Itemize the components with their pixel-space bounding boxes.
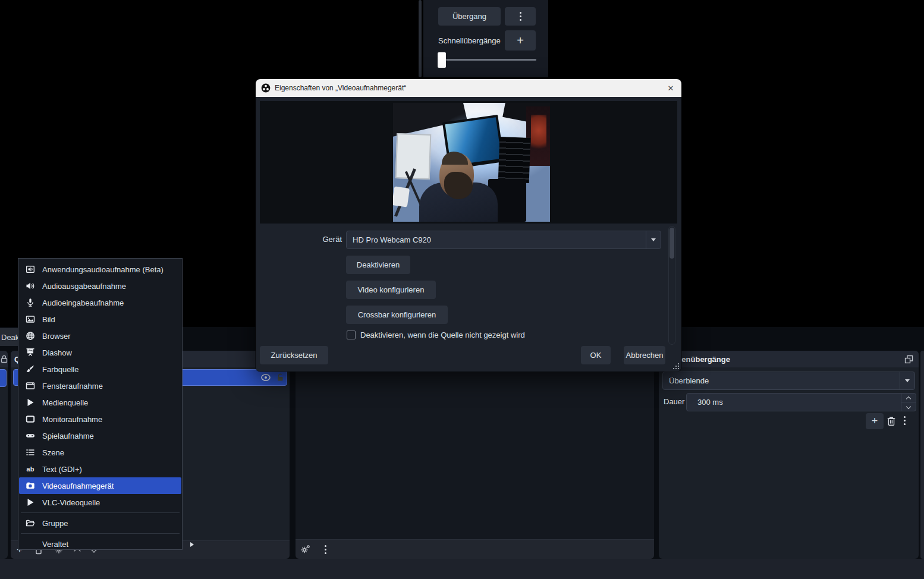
paintbrush-icon: [26, 364, 35, 374]
mixer-partial-button-label: Deakt: [0, 333, 18, 342]
menu-item-audioeingabeaufnahme[interactable]: Audioeingabeaufnahme: [19, 294, 181, 311]
menu-item-spielaufnahme[interactable]: Spielaufnahme: [19, 427, 181, 444]
menu-item-label: Audioeingabeaufnahme: [42, 298, 124, 307]
reset-button[interactable]: Zurücksetzen: [260, 346, 328, 364]
video-preview-area: [260, 101, 677, 224]
shelf: [498, 137, 531, 183]
menu-item-browser[interactable]: Browser: [19, 328, 181, 344]
transition-button-label: Übergang: [452, 12, 486, 21]
statusbar-strip: [0, 559, 924, 579]
transition-slider-handle[interactable]: [438, 52, 446, 68]
menu-item-videoaufnahmegeraet[interactable]: Videoaufnahmegerät: [19, 477, 181, 494]
media-play-icon: [26, 498, 35, 507]
ok-button[interactable]: OK: [581, 346, 611, 364]
menu-item-medienquelle[interactable]: Medienquelle: [19, 394, 181, 411]
transitions-scrollbar[interactable]: [419, 0, 422, 77]
menu-item-vlc-videoquelle[interactable]: VLC-Videoquelle: [19, 494, 181, 511]
window-icon: [26, 381, 35, 391]
unlock-icon[interactable]: [276, 373, 284, 382]
chevron-down-icon: [905, 379, 910, 382]
program-kebab-icon[interactable]: [325, 545, 326, 554]
add-quick-transition-button[interactable]: +: [505, 30, 536, 51]
obs-logo-icon: [261, 83, 271, 93]
menu-item-text-gdi[interactable]: ab Text (GDI+): [19, 461, 181, 477]
scene-transitions-header: Szenenübergänge: [659, 351, 919, 367]
image-icon: [26, 314, 35, 324]
kebab-icon: [520, 12, 521, 21]
menu-item-gruppe[interactable]: Gruppe: [19, 515, 181, 531]
duration-spinbox[interactable]: 300 ms: [686, 393, 916, 411]
menu-item-label: VLC-Videoquelle: [42, 498, 100, 507]
dialog-scrollbar-track[interactable]: [668, 226, 675, 345]
settings-gears-icon[interactable]: [300, 545, 310, 554]
plus-icon: +: [872, 415, 878, 427]
camera-icon: [26, 481, 35, 490]
transition-select[interactable]: Überblende: [662, 372, 915, 390]
duration-label: Dauer: [664, 397, 684, 406]
dialog-scrollbar-thumb[interactable]: [670, 228, 674, 259]
menu-item-anwendungsaudioaufnahme[interactable]: Anwendungsaudioaufnahme (Beta): [19, 261, 181, 278]
dialog-resize-grip[interactable]: [673, 363, 679, 369]
menu-item-label: Gruppe: [42, 519, 68, 528]
monitor-icon: [26, 414, 35, 424]
device-select-value: HD Pro Webcam C920: [347, 235, 646, 244]
add-transition-button[interactable]: +: [866, 413, 884, 429]
hide-when-not-shown-checkbox[interactable]: [347, 331, 356, 339]
program-panel: [296, 351, 654, 559]
spin-down-button[interactable]: [901, 402, 916, 411]
speaker-icon: [26, 281, 35, 291]
left-dock-header: [0, 351, 8, 367]
towel: [393, 186, 410, 207]
menu-item-veraltet[interactable]: Veraltet: [19, 536, 181, 552]
mixer-partial-button[interactable]: Deakt: [0, 328, 18, 346]
dock-float-icon[interactable]: [904, 355, 913, 364]
device-label: Gerät: [321, 235, 342, 244]
configure-video-button[interactable]: Video konfigurieren: [346, 281, 436, 299]
transition-slider-track[interactable]: [446, 59, 536, 61]
group-folder-icon: [26, 518, 35, 528]
transition-menu-button[interactable]: [505, 7, 536, 26]
transition-button[interactable]: Übergang: [438, 7, 501, 26]
spin-up-button[interactable]: [901, 394, 916, 402]
dialog-close-button[interactable]: ✕: [660, 79, 681, 97]
deactivate-button[interactable]: Deaktivieren: [346, 256, 410, 274]
gamepad-icon: [26, 431, 35, 440]
padlock-icon: [1, 355, 8, 363]
menu-item-label: Veraltet: [42, 540, 68, 549]
dialog-titlebar[interactable]: Eigenschaften von „Videoaufnahmegerät“ ✕: [256, 79, 681, 97]
scene-list-icon: [26, 448, 35, 457]
submenu-arrow-icon: [190, 542, 194, 547]
menu-item-label: Browser: [42, 332, 71, 341]
device-select[interactable]: HD Pro Webcam C920: [346, 231, 661, 249]
app-audio-icon: [26, 265, 35, 274]
configure-crossbar-button[interactable]: Crossbar konfigurieren: [346, 306, 448, 324]
scene-transitions-dock: Szenenübergänge Überblende Dauer 300 ms …: [659, 351, 919, 559]
menu-item-szene[interactable]: Szene: [19, 444, 181, 461]
deactivate-button-label: Deaktivieren: [357, 260, 400, 269]
cancel-button[interactable]: Abbrechen: [624, 346, 665, 364]
transition-kebab-icon[interactable]: [904, 416, 906, 425]
duration-value: 300 ms: [687, 398, 901, 407]
transitions-panel: Übergang Schnellübergänge +: [423, 0, 548, 77]
menu-item-diashow[interactable]: Diashow: [19, 344, 181, 361]
menu-separator: [21, 512, 180, 513]
quick-transitions-label: Schnellübergänge: [438, 36, 501, 45]
menu-item-audioausgabeaufnahme[interactable]: Audioausgabeaufnahme: [19, 278, 181, 294]
configure-crossbar-button-label: Crossbar konfigurieren: [358, 310, 436, 319]
text-icon: ab: [26, 464, 35, 474]
transition-select-arrow: [900, 372, 914, 389]
remove-transition-trash-icon[interactable]: [887, 416, 896, 426]
right-dock-sliver: [920, 351, 924, 559]
device-select-arrow: [646, 231, 661, 248]
menu-item-label: Monitoraufnahme: [42, 415, 102, 424]
menu-item-bild[interactable]: Bild: [19, 311, 181, 328]
reset-button-label: Zurücksetzen: [271, 351, 317, 360]
menu-item-farbquelle[interactable]: Farbquelle: [19, 361, 181, 377]
properties-dialog: Eigenschaften von „Videoaufnahmegerät“ ✕: [256, 79, 681, 372]
slideshow-icon: [26, 348, 35, 357]
menu-item-monitoraufnahme[interactable]: Monitoraufnahme: [19, 411, 181, 427]
left-dock-selected-row[interactable]: [0, 369, 7, 387]
menu-item-fensteraufnahme[interactable]: Fensteraufnahme: [19, 377, 181, 394]
media-play-icon: [26, 398, 35, 407]
visibility-eye-icon[interactable]: [260, 373, 271, 382]
